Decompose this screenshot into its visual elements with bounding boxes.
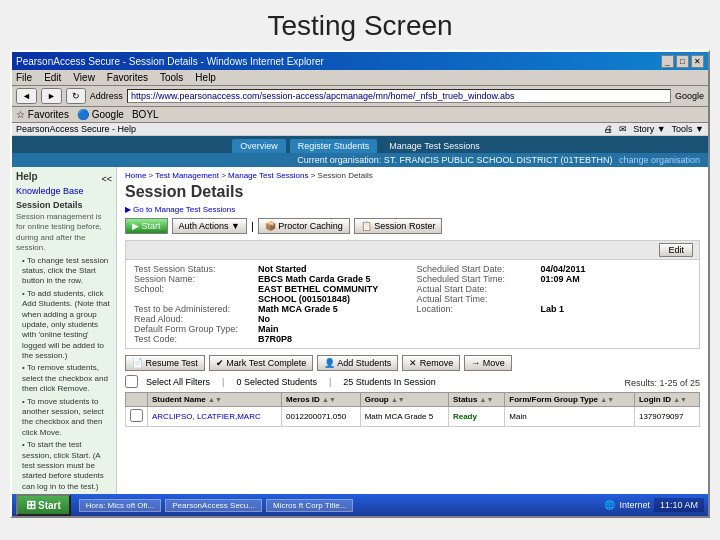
refresh-button[interactable]: ↻ [66,88,86,104]
start-taskbar-button[interactable]: ⊞ Start [16,494,71,516]
nav-tabs: Overview Register Students Manage Test S… [12,136,708,153]
col-login-id[interactable]: Login ID ▲▼ [634,393,699,407]
auth-actions-button[interactable]: Auth Actions ▼ [172,218,247,234]
mark-complete-button[interactable]: ✔ Mark Test Complete [209,355,313,371]
title-bar: PearsonAccess Secure - Session Details -… [12,52,708,70]
help-collapse-button[interactable]: << [101,174,112,184]
taskbar-item-2[interactable]: PearsonAccess Secu... [165,499,262,512]
taskbar-item-3[interactable]: Micros ft Corp Title... [266,499,353,512]
remove-button[interactable]: ✕ Remove [402,355,460,371]
tab-register-students[interactable]: Register Students [290,139,378,153]
menu-tools[interactable]: Tools [160,72,183,83]
col-checkbox [126,393,148,407]
pearson-bar: PearsonAccess Secure - Help 🖨 ✉ Story ▼ … [12,123,708,136]
email-btn[interactable]: ✉ [619,124,627,134]
pearson-bar-actions: 🖨 ✉ Story ▼ Tools ▼ [604,124,704,134]
content-area: Help << Knowledge Base Session Details S… [12,167,708,501]
row-checkbox[interactable] [130,409,143,422]
tab-overview[interactable]: Overview [232,139,286,153]
minimize-button[interactable]: _ [661,55,674,68]
row-checkbox-cell [126,407,148,427]
col-meross-id[interactable]: Meros ID ▲▼ [282,393,361,407]
favorites-google[interactable]: 🔵 Google [77,109,124,120]
add-students-button[interactable]: 👤 Add Students [317,355,398,371]
help-intro: Session management is for online testing… [16,212,112,254]
menu-help[interactable]: Help [195,72,216,83]
edit-button[interactable]: Edit [659,243,693,257]
pearson-access-label: PearsonAccess Secure - Help [16,124,136,134]
details-header: Edit [126,241,699,260]
taskbar-items: Hora: Mics oft Ofi... PearsonAccess Secu… [79,499,605,512]
row-status: Ready [448,407,504,427]
change-org-link[interactable]: change organisation [619,155,700,165]
help-section-title: Session Details [16,200,112,210]
favorites-label[interactable]: ☆ Favorites [16,109,69,120]
col-status[interactable]: Status ▲▼ [448,393,504,407]
resume-test-button[interactable]: 📄 Resume Test [125,355,205,371]
favorites-boyl[interactable]: BOYL [132,109,159,120]
help-sidebar: Help << Knowledge Base Session Details S… [12,167,117,501]
sched-date-row: Scheduled Start Date: 04/04/2011 [417,264,692,274]
school-row: School: EAST BETHEL COMMUNITY SCHOOL (00… [134,284,409,304]
maximize-button[interactable]: □ [676,55,689,68]
col-student-name[interactable]: Student Name ▲▼ [148,393,282,407]
forward-button[interactable]: ► [41,88,62,104]
print-btn[interactable]: 🖨 [604,124,613,134]
taskbar-item-1[interactable]: Hora: Mics oft Ofi... [79,499,161,512]
menu-file[interactable]: File [16,72,32,83]
action-buttons: ▶ Start Auth Actions ▼ | 📦 Proctor Cachi… [125,218,700,234]
org-text: Current organisation: ST. FRANCIS PUBLIC… [297,155,612,165]
close-button[interactable]: ✕ [691,55,704,68]
move-button[interactable]: → Move [464,355,512,371]
menu-favorites[interactable]: Favorites [107,72,148,83]
story-btn[interactable]: Story ▼ [633,124,665,134]
total-in-session: 25 Students In Session [343,377,436,387]
select-all-label: Select All Filters [146,377,210,387]
sched-time-row: Scheduled Start Time: 01:09 AM [417,274,692,284]
test-code-row: Test Code: B7R0P8 [134,334,409,344]
address-label: Address [90,91,123,101]
address-input[interactable]: https://www.pearsonaccess.com/session-ac… [127,89,671,103]
menu-bar: File Edit View Favorites Tools Help [12,70,708,86]
students-table: Student Name ▲▼ Meros ID ▲▼ Group ▲▼ S [125,392,700,427]
col-group[interactable]: Group ▲▼ [360,393,448,407]
knowledge-base-link[interactable]: Knowledge Base [16,186,112,196]
table-results: Results: 1-25 of 25 [624,378,700,388]
taskbar-right: 🌐 Internet 11:10 AM [604,498,704,512]
back-link[interactable]: ▶ Go to Manage Test Sessions [125,205,700,214]
address-text: https://www.pearsonaccess.com/session-ac… [131,91,515,101]
help-title: Help [16,171,38,182]
breadcrumb-home[interactable]: Home [125,171,146,180]
page-title: Testing Screen [0,10,720,42]
actual-time-row: Actual Start Time: [417,294,692,304]
section-title: Session Details [125,183,700,201]
details-right-col: Scheduled Start Date: 04/04/2011 Schedul… [417,264,692,344]
title-bar-buttons: _ □ ✕ [661,55,704,68]
tab-manage-test-sessions[interactable]: Manage Test Sessions [381,139,487,153]
start-button[interactable]: ▶ Start [125,218,168,234]
select-all-checkbox[interactable] [125,375,138,388]
help-bullet-5: • To start the test session, click Start… [16,440,112,492]
tools-btn[interactable]: Tools ▼ [672,124,704,134]
bottom-actions: 📄 Resume Test ✔ Mark Test Complete 👤 Add… [125,355,700,371]
details-content: Test Session Status: Not Started Session… [126,260,699,348]
browser-window: PearsonAccess Secure - Session Details -… [10,50,710,518]
proctor-caching-button[interactable]: 📦 Proctor Caching [258,218,350,234]
form-group-row: Default Form Group Type: Main [134,324,409,334]
clock: 11:10 AM [654,498,704,512]
taskbar: ⊞ Start Hora: Mics oft Ofi... PearsonAcc… [12,494,708,516]
main-content: Home > Test Management > Manage Test Ses… [117,167,708,501]
help-bullet-3: • To remove students, select the checkbo… [16,363,112,394]
read-aloud-row: Read Aloud: No [134,314,409,324]
row-meross-id: 0012200071.050 [282,407,361,427]
menu-edit[interactable]: Edit [44,72,61,83]
breadcrumb-test-mgmt[interactable]: Test Management [155,171,219,180]
session-name-row: Session Name: EBCS Math Carda Grade 5 [134,274,409,284]
breadcrumb-manage-sessions[interactable]: Manage Test Sessions [228,171,308,180]
back-button[interactable]: ◄ [16,88,37,104]
session-roster-button[interactable]: 📋 Session Roster [354,218,443,234]
menu-view[interactable]: View [73,72,95,83]
test-row: Test to be Administered: Math MCA Grade … [134,304,409,314]
status-row: Test Session Status: Not Started [134,264,409,274]
col-form-type[interactable]: Form/Form Group Type ▲▼ [505,393,635,407]
